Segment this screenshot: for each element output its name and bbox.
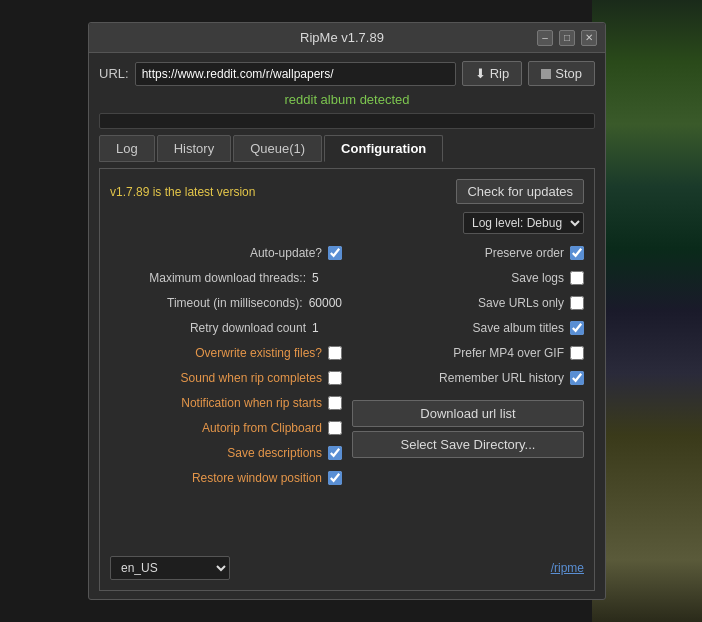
setting-autorip: Autorip from Clipboard xyxy=(110,417,342,439)
setting-preserve-order: Preserve order xyxy=(352,242,584,264)
url-row: URL: ⬇ Rip Stop xyxy=(99,61,595,86)
tab-configuration[interactable]: Configuration xyxy=(324,135,443,162)
window-controls: – □ ✕ xyxy=(537,30,597,46)
background-earth xyxy=(592,0,702,622)
setting-save-urls: Save URLs only xyxy=(352,292,584,314)
ripme-link[interactable]: /ripme xyxy=(551,561,584,575)
preserve-order-label: Preserve order xyxy=(485,246,564,260)
setting-max-threads: Maximum download threads:: 5 xyxy=(110,267,342,289)
sound-checkbox[interactable] xyxy=(328,371,342,385)
max-threads-label: Maximum download threads:: xyxy=(149,271,306,285)
setting-auto-update: Auto-update? xyxy=(110,242,342,264)
stop-button-label: Stop xyxy=(555,66,582,81)
restore-window-label: Restore window position xyxy=(192,471,322,485)
rip-icon: ⬇ xyxy=(475,66,486,81)
minimize-button[interactable]: – xyxy=(537,30,553,46)
log-level-row: Log level: Debug Log level: Info Log lev… xyxy=(463,212,584,234)
setting-overwrite: Overwrite existing files? xyxy=(110,342,342,364)
prefer-mp4-checkbox[interactable] xyxy=(570,346,584,360)
rip-button[interactable]: ⬇ Rip xyxy=(462,61,523,86)
save-desc-checkbox[interactable] xyxy=(328,446,342,460)
url-label: URL: xyxy=(99,66,129,81)
check-updates-button[interactable]: Check for updates xyxy=(456,179,584,204)
remember-url-label: Remember URL history xyxy=(439,371,564,385)
save-urls-checkbox[interactable] xyxy=(570,296,584,310)
tabs-row: Log History Queue(1) Configuration xyxy=(99,135,595,162)
status-text: reddit album detected xyxy=(99,92,595,107)
action-buttons: Download url list Select Save Directory.… xyxy=(352,400,584,458)
setting-remember-url: Remember URL history xyxy=(352,367,584,389)
stop-button[interactable]: Stop xyxy=(528,61,595,86)
save-album-titles-checkbox[interactable] xyxy=(570,321,584,335)
log-level-select[interactable]: Log level: Debug Log level: Info Log lev… xyxy=(463,212,584,234)
setting-save-logs: Save logs xyxy=(352,267,584,289)
setting-prefer-mp4: Prefer MP4 over GIF xyxy=(352,342,584,364)
locale-select[interactable]: en_US fr_FR de_DE es_ES xyxy=(110,556,230,580)
sound-label: Sound when rip completes xyxy=(181,371,322,385)
setting-sound: Sound when rip completes xyxy=(110,367,342,389)
save-logs-checkbox[interactable] xyxy=(570,271,584,285)
version-text: v1.7.89 is the latest version xyxy=(110,185,255,199)
notification-checkbox[interactable] xyxy=(328,396,342,410)
setting-save-album-titles: Save album titles xyxy=(352,317,584,339)
prefer-mp4-label: Prefer MP4 over GIF xyxy=(453,346,564,360)
notification-label: Notification when rip starts xyxy=(181,396,322,410)
autorip-label: Autorip from Clipboard xyxy=(202,421,322,435)
auto-update-checkbox[interactable] xyxy=(328,246,342,260)
bottom-row: en_US fr_FR de_DE es_ES /ripme xyxy=(110,556,584,580)
restore-window-checkbox[interactable] xyxy=(328,471,342,485)
config-panel: v1.7.89 is the latest version Check for … xyxy=(99,168,595,591)
preserve-order-checkbox[interactable] xyxy=(570,246,584,260)
overwrite-label: Overwrite existing files? xyxy=(195,346,322,360)
tab-queue[interactable]: Queue(1) xyxy=(233,135,322,162)
setting-notification: Notification when rip starts xyxy=(110,392,342,414)
download-url-list-button[interactable]: Download url list xyxy=(352,400,584,427)
maximize-button[interactable]: □ xyxy=(559,30,575,46)
progress-bar xyxy=(99,113,595,129)
autorip-checkbox[interactable] xyxy=(328,421,342,435)
save-urls-label: Save URLs only xyxy=(478,296,564,310)
rip-button-label: Rip xyxy=(490,66,510,81)
setting-retry-count: Retry download count 1 xyxy=(110,317,342,339)
save-desc-label: Save descriptions xyxy=(227,446,322,460)
stop-icon xyxy=(541,69,551,79)
timeout-value: 60000 xyxy=(309,296,342,310)
tab-history[interactable]: History xyxy=(157,135,231,162)
config-top-row: v1.7.89 is the latest version Check for … xyxy=(110,179,584,204)
auto-update-label: Auto-update? xyxy=(250,246,322,260)
overwrite-checkbox[interactable] xyxy=(328,346,342,360)
setting-timeout: Timeout (in milliseconds): 60000 xyxy=(110,292,342,314)
url-input[interactable] xyxy=(135,62,456,86)
config-columns: Auto-update? Maximum download threads:: … xyxy=(110,242,584,548)
title-bar: RipMe v1.7.89 – □ ✕ xyxy=(89,23,605,53)
save-logs-label: Save logs xyxy=(511,271,564,285)
save-album-titles-label: Save album titles xyxy=(473,321,564,335)
config-left: Auto-update? Maximum download threads:: … xyxy=(110,242,342,548)
window-title: RipMe v1.7.89 xyxy=(147,30,537,45)
tab-log[interactable]: Log xyxy=(99,135,155,162)
timeout-label: Timeout (in milliseconds): xyxy=(167,296,303,310)
max-threads-value: 5 xyxy=(312,271,342,285)
retry-count-label: Retry download count xyxy=(190,321,306,335)
close-button[interactable]: ✕ xyxy=(581,30,597,46)
config-right: Preserve order Save logs Save URLs only … xyxy=(352,242,584,548)
remember-url-checkbox[interactable] xyxy=(570,371,584,385)
main-window: RipMe v1.7.89 – □ ✕ URL: ⬇ Rip Stop redd… xyxy=(88,22,606,600)
window-content: URL: ⬇ Rip Stop reddit album detected Lo… xyxy=(89,53,605,599)
retry-count-value: 1 xyxy=(312,321,342,335)
setting-save-desc: Save descriptions xyxy=(110,442,342,464)
setting-restore-window: Restore window position xyxy=(110,467,342,489)
select-save-dir-button[interactable]: Select Save Directory... xyxy=(352,431,584,458)
